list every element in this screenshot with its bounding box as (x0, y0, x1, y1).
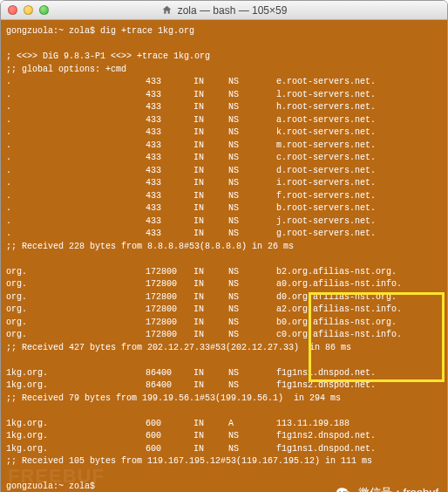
command-text: dig +trace 1kg.org (100, 25, 194, 38)
terminal-window: zola — bash — 105×59 gongzuola:~ zola$ d… (0, 0, 448, 492)
home-icon (161, 4, 173, 16)
window-title-text: zola — bash — 105×59 (178, 4, 288, 17)
wechat-label: 微信号：freebuf (358, 485, 438, 492)
dns-record-row: org.172800INNSa0.org.afilias-nst.info. (6, 278, 442, 291)
traffic-lights (8, 5, 49, 15)
terminal-body[interactable]: gongzuola:~ zola$ dig +trace 1kg.org ; <… (1, 20, 447, 492)
received-line: ;; Received 79 bytes from 199.19.56.1#53… (6, 393, 442, 406)
blank-line (6, 405, 442, 418)
dns-record-row: .433INNSl.root-servers.net. (6, 89, 442, 102)
dns-record-row: .433INNSb.root-servers.net. (6, 202, 442, 215)
received-line: ;; Received 105 bytes from 119.167.195.1… (6, 455, 442, 468)
dns-record-row: .433INNSg.root-servers.net. (6, 228, 442, 241)
dns-record-row: .433INNSe.root-servers.net. (6, 76, 442, 89)
dns-record-row: org.172800INNSa2.org.afilias-nst.info. (6, 304, 442, 317)
blank-line (6, 253, 442, 266)
dns-record-row: .433INNSa.root-servers.net. (6, 114, 442, 127)
dns-record-row: org.172800INNSb2.org.afilias-nst.org. (6, 266, 442, 279)
received-line: ;; Received 427 bytes from 202.12.27.33#… (6, 342, 442, 355)
blank-line (6, 354, 442, 367)
prompt-line: gongzuola:~ zola$ dig +trace 1kg.org (6, 25, 442, 38)
dns-record-row: .433INNSc.root-servers.net. (6, 152, 442, 165)
final-block: 1kg.org.600INA113.11.199.1881kg.org.600I… (6, 418, 442, 456)
dig-header: ; <<>> DiG 9.8.3-P1 <<>> +trace 1kg.org (6, 51, 442, 64)
dns-record-row: .433INNSi.root-servers.net. (6, 177, 442, 190)
zoom-icon[interactable] (39, 5, 49, 15)
dns-record-row: 1kg.org.600INA113.11.199.188 (6, 418, 442, 431)
dns-record-row: org.172800INNSc0.org.afilias-nst.info. (6, 329, 442, 342)
dns-record-row: 1kg.org.600INNSf1g1ns1.dnspod.net. (6, 443, 442, 456)
dns-record-row: .433INNSk.root-servers.net. (6, 126, 442, 140)
root-servers-block: .433INNSe.root-servers.net..433INNSl.roo… (6, 76, 442, 241)
close-icon[interactable] (8, 5, 17, 15)
wechat-overlay: 微信号：freebuf (336, 485, 438, 493)
dns-record-row: .433INNSd.root-servers.net. (6, 165, 442, 178)
dns-record-row: .433INNSm.root-servers.net. (6, 140, 442, 153)
blank-line (6, 468, 442, 482)
dns-record-row: .433INNSf.root-servers.net. (6, 190, 442, 203)
titlebar: zola — bash — 105×59 (1, 1, 447, 20)
dns-record-row: .433INNSj.root-servers.net. (6, 215, 442, 229)
wechat-icon (336, 485, 353, 493)
dns-record-row: org.172800INNSb0.org.afilias-nst.org. (6, 317, 442, 330)
dig-options: ;; global options: +cmd (6, 64, 442, 77)
dns-record-row: .433INNSh.root-servers.net. (6, 101, 442, 114)
dns-record-row: 1kg.org.86400INNSf1g1ns1.dnspod.net. (6, 367, 442, 380)
dnspod-block: 1kg.org.86400INNSf1g1ns1.dnspod.net.1kg.… (6, 367, 442, 393)
org-servers-block: org.172800INNSb2.org.afilias-nst.org.org… (6, 266, 442, 342)
received-line: ;; Received 228 bytes from 8.8.8.8#53(8.… (6, 241, 442, 254)
dns-record-row: org.172800INNSd0.org.afilias-nst.org. (6, 291, 442, 304)
dns-record-row: 1kg.org.86400INNSf1g1ns2.dnspod.net. (6, 379, 442, 393)
window-title: zola — bash — 105×59 (1, 4, 447, 17)
minimize-icon[interactable] (24, 5, 33, 15)
blank-line (6, 38, 442, 51)
dns-record-row: 1kg.org.600INNSf1g1ns2.dnspod.net. (6, 430, 442, 443)
